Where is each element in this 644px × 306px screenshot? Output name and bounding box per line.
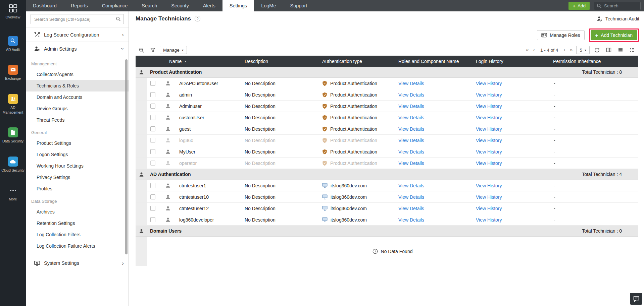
view-history-link[interactable]: View History <box>476 217 502 223</box>
sidebar-item-log-collection-failure-alerts[interactable]: Log Collection Failure Alerts <box>26 240 129 252</box>
view-details-link[interactable]: View Details <box>398 161 424 166</box>
row-checkbox[interactable] <box>150 183 155 188</box>
tab-alerts[interactable]: Alerts <box>196 0 222 11</box>
view-history-link[interactable]: View History <box>476 115 502 120</box>
row-checkbox[interactable] <box>150 149 155 154</box>
refresh-button[interactable] <box>593 46 601 54</box>
rail-item-ad-management[interactable]: AD Management <box>0 94 26 115</box>
sidebar-item-profiles[interactable]: Profiles <box>26 183 129 194</box>
tab-compliance[interactable]: Compliance <box>95 0 135 11</box>
feedback-button[interactable] <box>630 293 642 305</box>
sidebar-item-domain-and-accounts[interactable]: Domain and Accounts <box>26 91 129 103</box>
global-search[interactable] <box>594 2 641 10</box>
column-header-authentication-type[interactable]: Authentication type <box>321 59 398 64</box>
sidebar-group-system-settings[interactable]: System Settings› <box>26 256 129 270</box>
tab-security[interactable]: Security <box>164 0 196 11</box>
list-view-button[interactable] <box>616 46 625 54</box>
view-details-link[interactable]: View Details <box>398 115 424 120</box>
sidebar-item-log-collection-filters[interactable]: Log Collection Filters <box>26 229 129 240</box>
page-size-dropdown[interactable]: 5 ▾ <box>576 46 590 54</box>
checkbox-cell <box>147 115 162 120</box>
view-history-link[interactable]: View History <box>476 138 502 143</box>
sidebar-item-privacy-settings[interactable]: Privacy Settings <box>26 172 129 183</box>
sidebar-item-technicians-roles[interactable]: Technicians & Roles <box>26 80 129 91</box>
technician-audit-button[interactable]: Technician Audit <box>597 16 639 22</box>
rail-item-cloud-security[interactable]: Cloud Security <box>0 157 26 173</box>
sidebar-item-collectors-agents[interactable]: Collectors/Agents <box>26 69 129 80</box>
sidebar-item-logon-settings[interactable]: Logon Settings <box>26 149 129 160</box>
view-history-link[interactable]: View History <box>476 161 502 166</box>
row-checkbox[interactable] <box>150 161 155 166</box>
add-button[interactable]: + Add <box>568 2 590 10</box>
sidebar-group-log-source-configuration[interactable]: Log Source Configuration› <box>26 27 129 42</box>
help-icon[interactable]: ? <box>195 16 200 21</box>
sidebar-search-input[interactable] <box>31 14 124 24</box>
row-checkbox[interactable] <box>150 115 155 120</box>
sidebar-item-threat-feeds[interactable]: Threat Feeds <box>26 114 129 126</box>
view-history-link[interactable]: View History <box>476 149 502 155</box>
column-header-description[interactable]: Description <box>244 59 321 64</box>
view-details-link[interactable]: View Details <box>398 92 424 98</box>
view-details-link[interactable]: View Details <box>398 81 424 86</box>
view-history-link[interactable]: View History <box>476 81 502 86</box>
filter-button[interactable] <box>148 46 157 54</box>
view-details-link[interactable]: View Details <box>398 206 424 211</box>
row-checkbox[interactable] <box>150 126 155 131</box>
view-history-link[interactable]: View History <box>476 194 502 200</box>
view-details-link[interactable]: View Details <box>398 217 424 223</box>
pagination-prev-button[interactable]: ‹ <box>533 47 536 53</box>
sidebar-scrollbar[interactable] <box>125 59 128 254</box>
view-history-link[interactable]: View History <box>476 126 502 132</box>
column-header-name[interactable]: Name▲ <box>162 59 244 64</box>
column-search-button[interactable] <box>137 46 146 54</box>
view-history-link[interactable]: View History <box>476 104 502 109</box>
row-checkbox[interactable] <box>150 104 155 109</box>
sidebar-item-retention-settings[interactable]: Retention Settings <box>26 218 129 229</box>
view-history-link[interactable]: View History <box>476 206 502 211</box>
global-search-input[interactable] <box>604 3 638 8</box>
sidebar-item-product-settings[interactable]: Product Settings <box>26 137 129 149</box>
rail-item-exchange[interactable]: Exchange <box>0 65 26 81</box>
tab-dashboard[interactable]: Dashboard <box>26 0 64 11</box>
column-chooser-button[interactable] <box>604 46 613 54</box>
sidebar-item-working-hour-settings[interactable]: Working Hour Settings <box>26 160 129 172</box>
tab-search[interactable]: Search <box>135 0 164 11</box>
sidebar-item-archives[interactable]: Archives <box>26 206 129 218</box>
column-header-permission-inheritance[interactable]: Permission Inheritance <box>552 59 638 64</box>
manage-roles-button[interactable]: Manage Roles <box>537 30 584 40</box>
view-details-link[interactable]: View Details <box>398 183 424 188</box>
rail-item-more[interactable]: More <box>0 185 26 202</box>
tab-settings[interactable]: Settings <box>222 0 254 11</box>
row-checkbox[interactable] <box>150 138 155 143</box>
row-checkbox[interactable] <box>150 206 155 211</box>
rail-item-ad-audit[interactable]: AD Audit <box>0 36 26 52</box>
sidebar-item-device-groups[interactable]: Device Groups <box>26 103 129 114</box>
column-header-roles-and-component-name[interactable]: Roles and Component Name <box>398 59 475 64</box>
pagination-first-button[interactable]: « <box>525 47 530 53</box>
row-checkbox[interactable] <box>150 81 155 86</box>
tab-reports[interactable]: Reports <box>64 0 95 11</box>
detail-view-button[interactable] <box>628 46 637 54</box>
view-details-link[interactable]: View Details <box>398 149 424 155</box>
roles-cell: View Details <box>398 217 475 223</box>
manage-dropdown[interactable]: Manage ▾ <box>160 46 187 54</box>
add-technician-button[interactable]: + Add Technician <box>591 30 637 40</box>
sidebar-group-admin-settings[interactable]: Admin Settings› <box>26 42 129 56</box>
view-history-link[interactable]: View History <box>476 183 502 188</box>
tab-logme[interactable]: LogMe <box>254 0 283 11</box>
view-details-link[interactable]: View Details <box>398 138 424 143</box>
column-header-login-history[interactable]: Login History <box>475 59 552 64</box>
row-checkbox[interactable] <box>150 92 155 97</box>
row-checkbox[interactable] <box>150 217 155 222</box>
view-details-link[interactable]: View Details <box>398 104 424 109</box>
add-button-label: Add <box>578 3 586 8</box>
pagination-last-button[interactable]: » <box>569 47 574 53</box>
view-details-link[interactable]: View Details <box>398 194 424 200</box>
view-history-link[interactable]: View History <box>476 92 502 98</box>
rail-item-data-security[interactable]: Data Security <box>0 127 26 144</box>
row-checkbox[interactable] <box>150 194 155 199</box>
rail-item-overview[interactable]: Overview <box>0 3 26 20</box>
view-details-link[interactable]: View Details <box>398 126 424 132</box>
tab-support[interactable]: Support <box>283 0 314 11</box>
pagination-next-button[interactable]: › <box>563 47 566 53</box>
